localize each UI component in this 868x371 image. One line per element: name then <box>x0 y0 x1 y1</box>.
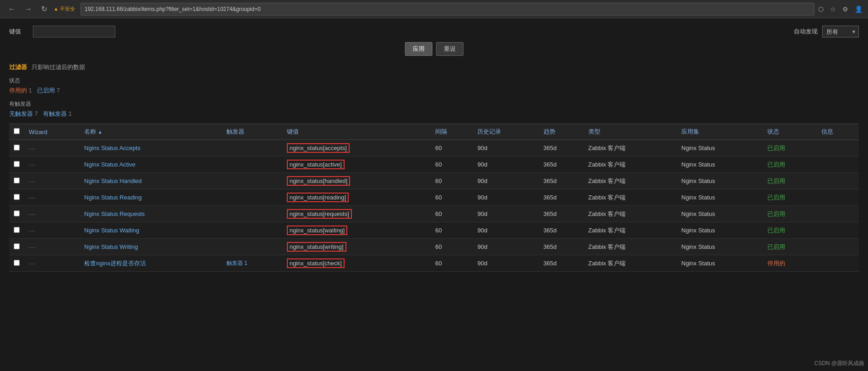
no-trigger-label[interactable]: 无触发器 <box>9 110 33 117</box>
row-checkbox[interactable] <box>14 177 20 183</box>
col-name[interactable]: 名称 ▲ <box>80 124 222 140</box>
item-triggers: 触发器 1 <box>222 255 282 272</box>
dots-menu-button[interactable]: ··· <box>29 194 36 201</box>
item-history: 90d <box>473 173 539 189</box>
status-badge: 已启用 <box>767 227 785 234</box>
item-app: Nginx Status <box>677 222 763 239</box>
enabled-label[interactable]: 已启用 <box>37 87 55 94</box>
item-interval: 60 <box>431 189 473 206</box>
row-checkbox[interactable] <box>14 145 20 151</box>
item-key: nginx_status[writing] <box>282 239 431 255</box>
col-status: 状态 <box>763 124 817 140</box>
address-bar[interactable] <box>81 3 814 16</box>
item-app: Nginx Status <box>677 239 763 255</box>
item-type: Zabbix 客户端 <box>584 222 677 239</box>
item-name-link[interactable]: 检查nginx进程是否存活 <box>84 260 146 267</box>
item-history: 90d <box>473 239 539 255</box>
action-buttons: 应用 重设 <box>9 42 859 56</box>
item-key: nginx_status[reading] <box>282 189 431 206</box>
item-name: Nginx Status Requests <box>80 206 222 222</box>
item-key: nginx_status[requests] <box>282 206 431 222</box>
item-app: Nginx Status <box>677 173 763 189</box>
status-enabled-link[interactable]: 已启用 7 <box>37 86 59 95</box>
row-checkbox[interactable] <box>14 194 20 200</box>
browser-icons: ⬡ ☆ ⚙ 👤 <box>818 5 863 13</box>
key-value-highlight: nginx_status[check] <box>287 258 345 268</box>
item-info <box>817 222 859 239</box>
item-key: nginx_status[active] <box>282 156 431 173</box>
dots-menu-button[interactable]: ··· <box>29 260 36 267</box>
dots-menu-button[interactable]: ··· <box>29 161 36 168</box>
key-filter-input[interactable] <box>33 26 115 38</box>
item-type: Zabbix 客户端 <box>584 189 677 206</box>
has-trigger-label[interactable]: 有触发器 <box>43 110 67 117</box>
trigger-link[interactable]: 触发器 1 <box>226 260 248 266</box>
item-interval: 60 <box>431 239 473 255</box>
status-badge: 已启用 <box>767 210 785 217</box>
table-row: ···Nginx Status Requestsnginx_status[req… <box>9 206 859 222</box>
item-interval: 60 <box>431 222 473 239</box>
forward-button[interactable]: → <box>22 3 35 15</box>
row-checkbox[interactable] <box>14 243 20 249</box>
disabled-label[interactable]: 停用的 <box>9 87 27 94</box>
row-checkbox[interactable] <box>14 227 20 233</box>
dots-menu-button[interactable]: ··· <box>29 243 36 251</box>
dots-menu-button[interactable]: ··· <box>29 210 36 218</box>
dots-menu-button[interactable]: ··· <box>29 227 36 234</box>
item-name-link[interactable]: Nginx Status Writing <box>84 243 138 250</box>
item-triggers <box>222 222 282 239</box>
select-all-checkbox[interactable] <box>14 128 20 134</box>
reset-button[interactable]: 重设 <box>436 42 464 56</box>
item-name-link[interactable]: Nginx Status Accepts <box>84 145 140 151</box>
item-trend: 365d <box>539 206 584 222</box>
apply-button[interactable]: 应用 <box>405 42 432 56</box>
item-triggers <box>222 140 282 156</box>
security-indicator: ▲ 不安全 <box>54 5 75 12</box>
auto-discover-wrapper: 所有 是 否 <box>822 26 859 38</box>
item-history: 90d <box>473 206 539 222</box>
row-checkbox[interactable] <box>14 161 20 167</box>
filter-header-row: 键值 自动发现 所有 是 否 <box>9 26 859 38</box>
item-status: 已启用 <box>763 206 817 222</box>
item-name-link[interactable]: Nginx Status Reading <box>84 194 142 201</box>
item-type: Zabbix 客户端 <box>584 140 677 156</box>
item-name-link[interactable]: Nginx Status Requests <box>84 210 145 217</box>
col-info: 信息 <box>817 124 859 140</box>
table-row: ···Nginx Status Waitingnginx_status[wait… <box>9 222 859 239</box>
dots-menu-button[interactable]: ··· <box>29 177 36 185</box>
item-interval: 60 <box>431 156 473 173</box>
item-triggers <box>222 173 282 189</box>
has-trigger-link[interactable]: 有触发器 1 <box>43 110 71 118</box>
key-value-highlight: nginx_status[reading] <box>287 193 349 202</box>
row-checkbox[interactable] <box>14 210 20 216</box>
item-name-link[interactable]: Nginx Status Active <box>84 161 135 168</box>
dots-menu-button[interactable]: ··· <box>29 145 36 152</box>
row-checkbox[interactable] <box>14 260 20 266</box>
refresh-button[interactable]: ↻ <box>38 3 50 15</box>
items-table-wrapper: Wizard 名称 ▲ 触发器 键值 间隔 历史记录 趋势 类型 应用集 状态 … <box>9 124 859 272</box>
no-trigger-count: 7 <box>35 111 38 117</box>
key-filter-label: 键值 <box>9 27 27 36</box>
item-interval: 60 <box>431 173 473 189</box>
no-trigger-link[interactable]: 无触发器 7 <box>9 110 38 118</box>
back-button[interactable]: ← <box>5 3 18 15</box>
col-type: 类型 <box>584 124 677 140</box>
key-value-highlight: nginx_status[accepts] <box>287 143 350 153</box>
key-value-highlight: nginx_status[handled] <box>287 176 350 186</box>
item-history: 90d <box>473 140 539 156</box>
item-name-link[interactable]: Nginx Status Waiting <box>84 227 139 234</box>
item-status: 已启用 <box>763 173 817 189</box>
item-info <box>817 206 859 222</box>
item-name-link[interactable]: Nginx Status Handled <box>84 177 142 184</box>
filter-notice-text: 只影响过滤后的数据 <box>32 64 85 70</box>
item-info <box>817 140 859 156</box>
table-row: ···Nginx Status Activenginx_status[activ… <box>9 156 859 173</box>
item-type: Zabbix 客户端 <box>584 173 677 189</box>
status-badge: 已启用 <box>767 145 785 151</box>
trigger-section: 有触发器 无触发器 7 有触发器 1 <box>9 100 859 118</box>
table-row: ···检查nginx进程是否存活触发器 1nginx_status[check]… <box>9 255 859 272</box>
share-icon: ⬡ <box>818 5 824 13</box>
item-triggers <box>222 206 282 222</box>
auto-discover-select[interactable]: 所有 是 否 <box>822 26 859 38</box>
status-disabled-link[interactable]: 停用的 1 <box>9 86 32 95</box>
